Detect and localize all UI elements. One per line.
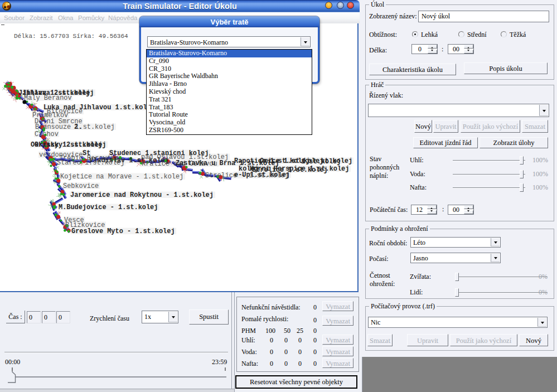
svg-text:Greslove Myto - 1.st.kolej: Greslove Myto - 1.st.kolej [71, 228, 175, 235]
svg-text:Sebkovice: Sebkovice [63, 182, 99, 190]
svg-text:M.Budejovice - 1.st.kolej: M.Budejovice - 1.st.kolej [59, 204, 158, 211]
svg-text:Starec 1.st.kolej: Starec 1.st.kolej [57, 159, 124, 167]
svg-text:Cichov: Cichov [35, 130, 59, 138]
svg-text:e-Upl.st.kolej: e-Upl.st.kolej [234, 171, 290, 179]
svg-text:Maly Beranov: Maly Beranov [24, 94, 72, 102]
svg-text:Kojetice na Morave - 1.st.kole: Kojetice na Morave - 1.st.kolej [60, 173, 183, 181]
svg-text:2.: 2. [74, 123, 82, 131]
svg-text:st.kolej: st.kolej [321, 157, 352, 165]
svg-text:Jaromerice nad Rokytnou - 1.st: Jaromerice nad Rokytnou - 1.st.kolej [70, 191, 214, 199]
svg-text:Okrisky 2.st.kolej: Okrisky 2.st.kolej [35, 141, 106, 149]
